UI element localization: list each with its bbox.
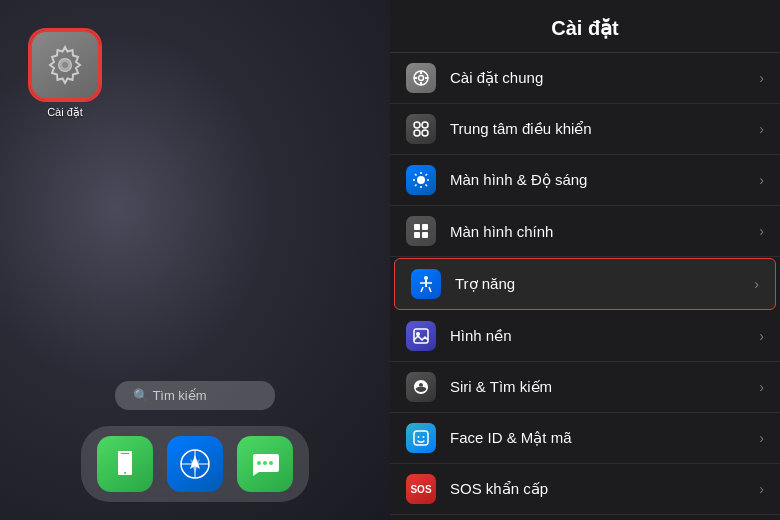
settings-header: Cài đặt bbox=[390, 0, 780, 53]
svg-line-38 bbox=[429, 287, 431, 292]
general-label: Cài đặt chung bbox=[450, 69, 759, 87]
svg-rect-30 bbox=[414, 224, 420, 230]
siri-icon bbox=[406, 372, 436, 402]
settings-item-wallpaper[interactable]: Hình nền› bbox=[390, 311, 780, 362]
sos-icon: SOS bbox=[406, 474, 436, 504]
settings-item-accessibility[interactable]: Trợ năng› bbox=[394, 258, 776, 310]
settings-item-control[interactable]: Trung tâm điều khiển› bbox=[390, 104, 780, 155]
settings-icon-img bbox=[30, 30, 100, 100]
svg-point-34 bbox=[424, 276, 428, 280]
svg-line-26 bbox=[415, 174, 417, 176]
sos-label: SOS khẩn cấp bbox=[450, 480, 759, 498]
control-icon bbox=[406, 114, 436, 144]
svg-line-27 bbox=[426, 185, 428, 187]
svg-point-42 bbox=[418, 436, 420, 438]
app-icon-grid: Cài đặt bbox=[30, 30, 100, 119]
settings-item-exposure[interactable]: Thông báo tiếp xúc› bbox=[390, 515, 780, 520]
display-icon bbox=[406, 165, 436, 195]
left-panel: Cài đặt 🔍 Tìm kiếm bbox=[0, 0, 390, 520]
dock-phone[interactable] bbox=[97, 436, 153, 492]
svg-line-29 bbox=[415, 185, 417, 187]
svg-line-28 bbox=[426, 174, 428, 176]
accessibility-label: Trợ năng bbox=[455, 275, 754, 293]
svg-rect-41 bbox=[414, 431, 428, 445]
svg-point-12 bbox=[419, 76, 424, 81]
svg-point-10 bbox=[269, 461, 273, 465]
settings-title: Cài đặt bbox=[410, 16, 760, 40]
faceid-icon bbox=[406, 423, 436, 453]
search-bar-text: 🔍 Tìm kiếm bbox=[133, 388, 207, 403]
svg-point-17 bbox=[414, 122, 420, 128]
siri-label: Siri & Tìm kiếm bbox=[450, 378, 759, 396]
svg-point-8 bbox=[257, 461, 261, 465]
control-label: Trung tâm điều khiển bbox=[450, 120, 759, 138]
wallpaper-label: Hình nền bbox=[450, 327, 759, 345]
svg-point-21 bbox=[417, 176, 425, 184]
homescreen-icon bbox=[406, 216, 436, 246]
homescreen-label: Màn hình chính bbox=[450, 223, 759, 240]
svg-point-9 bbox=[263, 461, 267, 465]
homescreen-chevron: › bbox=[759, 223, 764, 239]
svg-rect-32 bbox=[414, 232, 420, 238]
dock-messages[interactable] bbox=[237, 436, 293, 492]
display-label: Màn hình & Độ sáng bbox=[450, 171, 759, 189]
dock-safari[interactable] bbox=[167, 436, 223, 492]
svg-point-20 bbox=[422, 130, 428, 136]
svg-point-19 bbox=[414, 130, 420, 136]
svg-rect-39 bbox=[414, 329, 428, 343]
svg-line-37 bbox=[421, 287, 423, 292]
general-chevron: › bbox=[759, 70, 764, 86]
svg-point-43 bbox=[423, 436, 425, 438]
accessibility-icon bbox=[411, 269, 441, 299]
control-chevron: › bbox=[759, 121, 764, 137]
dock bbox=[81, 426, 309, 502]
settings-app-label: Cài đặt bbox=[47, 106, 83, 119]
svg-rect-33 bbox=[422, 232, 428, 238]
right-panel: Cài đặt Cài đặt chung›Trung tâm điều khi… bbox=[390, 0, 780, 520]
settings-item-siri[interactable]: Siri & Tìm kiếm› bbox=[390, 362, 780, 413]
settings-item-faceid[interactable]: Face ID & Mật mã› bbox=[390, 413, 780, 464]
settings-item-display[interactable]: Màn hình & Độ sáng› bbox=[390, 155, 780, 206]
accessibility-chevron: › bbox=[754, 276, 759, 292]
svg-point-18 bbox=[422, 122, 428, 128]
svg-rect-31 bbox=[422, 224, 428, 230]
faceid-label: Face ID & Mật mã bbox=[450, 429, 759, 447]
sos-chevron: › bbox=[759, 481, 764, 497]
settings-list: Cài đặt chung›Trung tâm điều khiển›Màn h… bbox=[390, 53, 780, 520]
wallpaper-icon bbox=[406, 321, 436, 351]
svg-point-2 bbox=[62, 62, 68, 68]
search-bar[interactable]: 🔍 Tìm kiếm bbox=[115, 381, 275, 410]
display-chevron: › bbox=[759, 172, 764, 188]
wallpaper-chevron: › bbox=[759, 328, 764, 344]
settings-app-icon[interactable]: Cài đặt bbox=[30, 30, 100, 119]
settings-item-general[interactable]: Cài đặt chung› bbox=[390, 53, 780, 104]
general-icon bbox=[406, 63, 436, 93]
faceid-chevron: › bbox=[759, 430, 764, 446]
settings-item-sos[interactable]: SOSSOS khẩn cấp› bbox=[390, 464, 780, 515]
siri-chevron: › bbox=[759, 379, 764, 395]
settings-item-homescreen[interactable]: Màn hình chính› bbox=[390, 206, 780, 257]
